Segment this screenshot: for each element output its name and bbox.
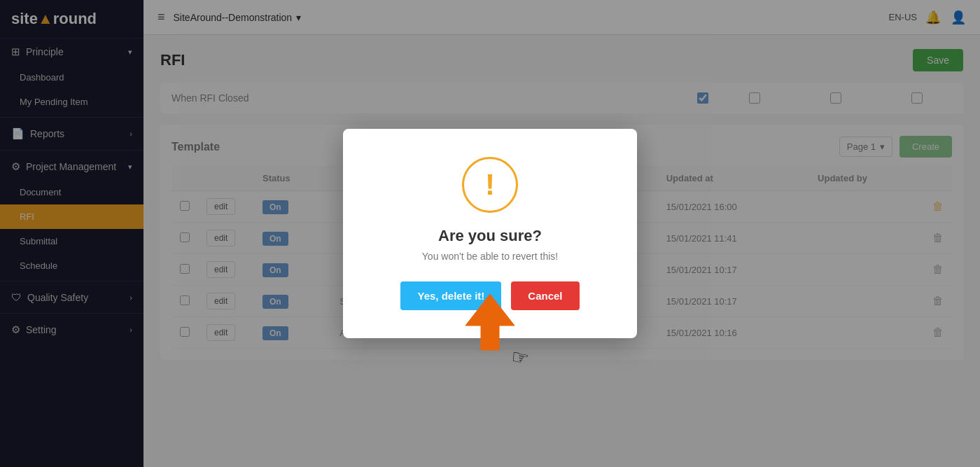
modal-title: Are you sure? <box>438 227 542 245</box>
arrow-svg <box>458 291 522 354</box>
cursor-hand: ☞ <box>509 344 530 370</box>
modal-subtitle: You won't be able to revert this! <box>422 251 558 262</box>
modal-warning-circle: ! <box>462 157 518 213</box>
modal-exclaim-icon: ! <box>485 170 495 200</box>
modal-overlay: ☞ ! Are you sure? You won't be able to r… <box>0 0 980 467</box>
svg-marker-0 <box>465 294 514 350</box>
